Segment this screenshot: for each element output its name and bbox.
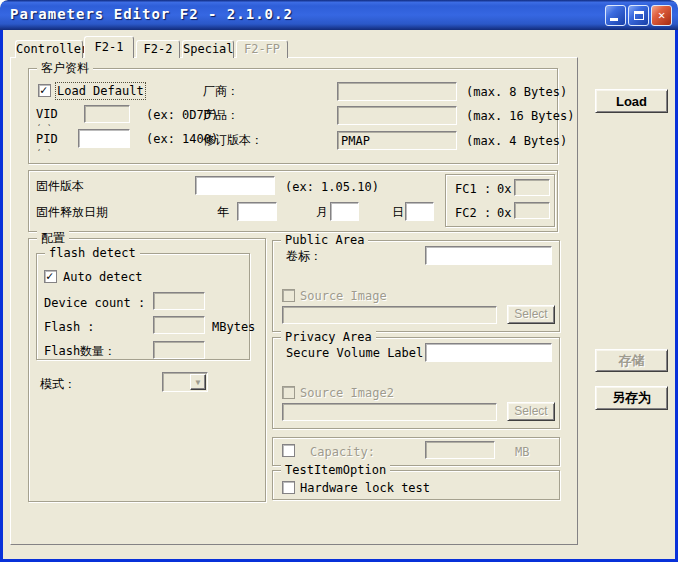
tab-f2-2[interactable]: F2-2: [136, 40, 180, 58]
source-image2-checkbox: [282, 386, 295, 399]
fc2-label: FC2 :: [455, 206, 491, 220]
tab-special[interactable]: Special: [182, 40, 234, 58]
revision-hint: (max. 4 Bytes): [466, 134, 567, 148]
capacity-unit-label: MB: [515, 445, 529, 459]
window-border-left: [0, 28, 3, 562]
tab-f2-fp: F2-FP: [236, 40, 288, 58]
mode-combobox: ▼: [162, 372, 208, 392]
window-title: Parameters Editor F2 - 2.1.0.2: [10, 6, 293, 22]
vendor-label: 厂商：: [203, 84, 239, 98]
flash-detect-group-title: flash detect: [45, 246, 140, 260]
mode-label: 模式：: [40, 377, 76, 391]
capacity-label: Capacity:: [310, 445, 375, 459]
close-button[interactable]: ✕: [651, 5, 672, 26]
parameters-editor-window: Parameters Editor F2 - 2.1.0.2 ✕ Control…: [0, 0, 678, 562]
pid-field[interactable]: [78, 129, 130, 148]
save-as-button[interactable]: 另存为: [595, 386, 668, 410]
vendor-hint: (max. 8 Bytes): [466, 85, 567, 99]
public-area-group-title: Public Area: [281, 233, 368, 247]
auto-detect-label: Auto detect: [63, 270, 142, 284]
pid-label-clipped: ( ): [36, 146, 52, 151]
capacity-field: [425, 441, 495, 459]
fc1-field: [514, 179, 550, 196]
device-count-label: Device count :: [44, 296, 145, 310]
year-label: 年: [217, 205, 229, 219]
month-label: 月: [316, 205, 328, 219]
config-group-title: 配置: [37, 231, 69, 245]
volume-label-label: 卷标：: [286, 249, 322, 263]
capacity-checkbox[interactable]: [282, 444, 295, 457]
source-image-path-field: [282, 306, 497, 324]
source-image2-label: Source Image2: [300, 386, 394, 400]
fc1-label: FC1 :: [455, 182, 491, 196]
fc1-prefix: 0x: [497, 182, 511, 196]
vid-label: VID: [36, 107, 58, 121]
load-button[interactable]: Load: [595, 89, 668, 113]
hardware-lock-test-label: Hardware lock test: [300, 481, 430, 495]
minimize-icon: [610, 18, 618, 21]
hardware-lock-test-checkbox[interactable]: [282, 481, 295, 494]
firmware-version-hint: (ex: 1.05.10): [285, 180, 379, 194]
tab-f2-1[interactable]: F2-1: [84, 36, 134, 58]
fc2-field: [514, 202, 550, 219]
secure-volume-label-label: Secure Volume Label:: [286, 346, 431, 360]
customer-info-group-title: 客户资料: [37, 61, 93, 75]
product-field: [337, 106, 457, 125]
flash-count-field: [153, 341, 205, 359]
volume-label-field[interactable]: [425, 246, 552, 265]
pid-label: PID: [36, 132, 58, 146]
source-image2-path-field: [282, 403, 497, 421]
flash-unit-label: MBytes: [212, 320, 255, 334]
vendor-field: [337, 82, 457, 101]
flash-field: [153, 316, 205, 334]
month-field[interactable]: [330, 202, 359, 221]
revision-field: [337, 131, 457, 150]
chevron-down-icon: ▼: [190, 374, 206, 390]
firmware-version-field[interactable]: [195, 176, 275, 195]
revision-label: 修订版本：: [203, 133, 263, 147]
load-default-label[interactable]: Load Default: [57, 84, 144, 98]
vid-label-clipped: ( ): [36, 121, 52, 126]
year-field[interactable]: [237, 202, 277, 221]
secure-volume-label-field[interactable]: [425, 343, 552, 362]
maximize-icon: [634, 11, 644, 20]
firmware-version-label: 固件版本: [36, 179, 84, 193]
flash-count-label: Flash数量：: [44, 344, 116, 358]
source-image-label: Source Image: [300, 289, 387, 303]
auto-detect-checkbox[interactable]: [44, 270, 57, 283]
titlebar[interactable]: Parameters Editor F2 - 2.1.0.2 ✕: [0, 0, 678, 30]
privacy-area-group-title: Privacy Area: [281, 330, 376, 344]
source-image-checkbox: [282, 289, 295, 302]
product-label: 产品：: [203, 108, 239, 122]
product-hint: (max. 16 Bytes): [466, 109, 574, 123]
device-count-field: [153, 292, 205, 310]
test-item-option-group-title: TestItemOption: [281, 463, 390, 477]
minimize-button[interactable]: [605, 5, 626, 26]
save-button: 存储: [595, 349, 668, 372]
release-date-label: 固件释放日期: [36, 205, 108, 219]
source-image2-select-button: Select: [507, 402, 555, 421]
flash-label: Flash :: [44, 320, 95, 334]
fc2-prefix: 0x: [497, 206, 511, 220]
day-field[interactable]: [405, 202, 434, 221]
vid-field: [84, 105, 130, 123]
source-image-select-button: Select: [507, 305, 555, 324]
maximize-button[interactable]: [628, 5, 649, 26]
load-default-checkbox[interactable]: [38, 84, 51, 97]
day-label: 日: [392, 205, 404, 219]
close-icon: ✕: [658, 8, 665, 22]
tab-controller[interactable]: Controller: [15, 40, 83, 58]
